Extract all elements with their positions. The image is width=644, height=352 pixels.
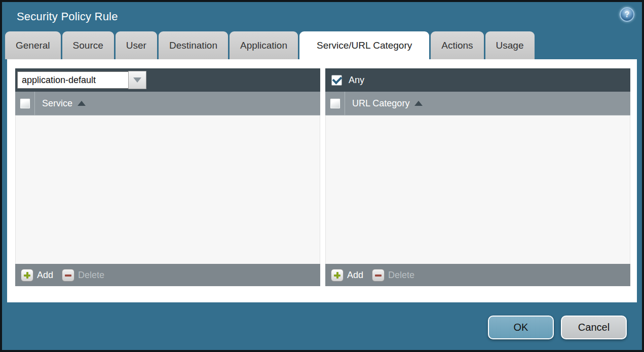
tab-actions[interactable]: Actions [431,31,483,59]
plus-icon [21,269,33,282]
add-url-category-button[interactable]: Add [331,269,363,282]
help-icon[interactable]: ? [620,7,634,22]
delete-url-category-button[interactable]: Delete [372,269,414,282]
tab-application[interactable]: Application [230,31,298,59]
tab-source[interactable]: Source [62,31,114,59]
add-url-category-label: Add [347,270,363,281]
cancel-button[interactable]: Cancel [561,316,627,339]
service-type-dropdown-button[interactable] [128,71,146,89]
ok-button[interactable]: OK [488,316,554,339]
minus-icon [62,269,74,282]
service-type-input[interactable] [17,71,128,89]
service-panel-toolbar [15,68,320,92]
sort-ascending-icon[interactable] [414,101,423,106]
security-policy-rule-dialog: Security Policy Rule ? General Source Us… [0,0,644,352]
dialog-title: Security Policy Rule [17,10,118,23]
any-checkbox-label: Any [349,75,364,86]
tab-general[interactable]: General [5,31,61,59]
url-category-table-header: URL Category [325,92,630,115]
plus-icon [331,269,344,282]
service-panel: Service Add Delete [15,68,320,286]
tab-usage[interactable]: Usage [485,31,535,59]
service-select-all-cell [15,92,35,115]
dialog-titlebar: Security Policy Rule ? [2,2,642,31]
chevron-down-icon [133,77,141,83]
delete-service-button[interactable]: Delete [62,269,104,282]
tab-service-url-category[interactable]: Service/URL Category [299,31,429,59]
tab-user[interactable]: User [116,31,157,59]
tab-destination[interactable]: Destination [159,31,228,59]
add-service-button[interactable]: Add [21,269,53,282]
url-select-all-checkbox[interactable] [330,98,340,109]
url-category-table-body [325,115,630,264]
any-checkbox[interactable] [331,75,342,86]
delete-service-label: Delete [78,270,104,281]
service-column-header[interactable]: Service [42,98,72,109]
sort-ascending-icon[interactable] [78,101,86,106]
service-panel-footer: Add Delete [15,264,320,286]
delete-url-category-label: Delete [388,270,414,281]
service-type-combobox [17,71,146,89]
tab-bar: General Source User Destination Applicat… [5,31,535,59]
add-service-label: Add [37,270,53,281]
service-select-all-checkbox[interactable] [20,98,30,109]
service-table-body [15,115,320,264]
url-category-column-header[interactable]: URL Category [352,98,409,109]
tab-content: Service Add Delete Any [7,59,637,302]
service-table-header: Service [15,92,320,115]
url-category-panel: Any URL Category Add Delete [325,68,630,286]
minus-icon [372,269,385,282]
url-panel-footer: Add Delete [325,264,630,286]
url-panel-toolbar: Any [325,68,630,92]
any-row: Any [327,75,364,86]
url-select-all-cell [325,92,345,115]
dialog-button-row: OK Cancel [488,316,627,339]
